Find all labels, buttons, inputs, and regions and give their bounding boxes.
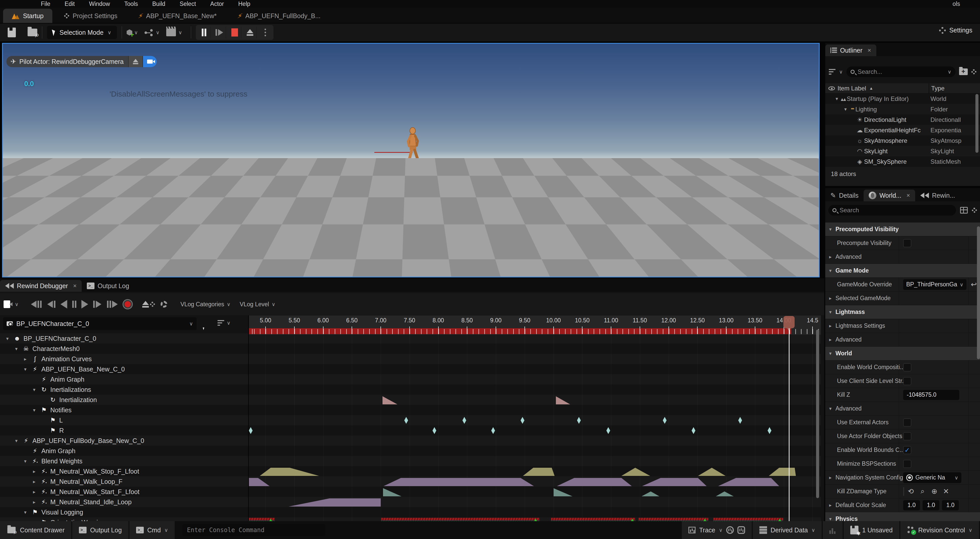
expand-arrow[interactable]: ▾ (22, 458, 29, 464)
revision-control-button[interactable]: Revision Control∨ (900, 521, 979, 539)
play-button[interactable] (82, 301, 88, 308)
use-selected-icon[interactable]: ⟲ (906, 487, 916, 496)
tab-details[interactable]: ✎Details (825, 190, 864, 201)
checkbox[interactable] (903, 377, 911, 385)
output-log-button[interactable]: >_ Output Log (72, 521, 129, 539)
tree-item-blend-weights[interactable]: ▾⚡▪Blend Weights (22, 456, 83, 466)
outliner-column-header[interactable]: Item Label ▲ Type (825, 83, 980, 94)
expand-arrow[interactable]: ▾ (825, 226, 835, 232)
reset-to-default-icon[interactable]: ↩ (971, 280, 977, 289)
expand-arrow[interactable]: ▾ (825, 309, 835, 315)
asset-tab-project-settings[interactable]: Project Settings (56, 9, 126, 23)
pilot-actor-pill[interactable]: ✈ Pilot Actor: RewindDebuggerCamera (6, 56, 157, 67)
tab-world-[interactable]: World...× (864, 190, 915, 201)
notify-event-R[interactable] (491, 427, 495, 434)
browse-content-icon[interactable] (27, 29, 37, 36)
asset-tab-startup[interactable]: Startup (3, 9, 52, 23)
blueprints-button[interactable]: ∨ (145, 29, 159, 36)
outliner-row-lighting[interactable]: ▾LightingFolder (825, 104, 980, 115)
value-input[interactable]: -1048575.0 (903, 390, 959, 400)
menu-help[interactable]: Help (238, 0, 250, 7)
expand-arrow[interactable]: ▾ (825, 516, 835, 521)
type-column[interactable]: Type (931, 85, 945, 92)
debug-target-combobox[interactable]: BP_UEFNCharacter_C_0 ∨ (3, 317, 197, 330)
playhead-handle[interactable] (783, 316, 795, 328)
outliner-row-skyatmosphere[interactable]: ☼SkyAtmosphereSkyAtmosp (825, 136, 980, 146)
character-mannequin[interactable] (398, 127, 428, 183)
pause-button[interactable] (197, 27, 211, 38)
checkbox[interactable] (903, 363, 911, 372)
expand-arrow[interactable]: ▸ (31, 499, 38, 505)
expand-arrow[interactable]: ▸ (825, 295, 835, 301)
close-icon[interactable]: × (868, 47, 871, 54)
tree-item-r[interactable]: ⚑R (40, 425, 64, 435)
expand-arrow[interactable]: ▸ (825, 475, 835, 480)
record-button[interactable] (123, 300, 132, 309)
asset-tab-abp-uefn-base-new-[interactable]: ⚡ABP_UEFN_Base_New* (129, 9, 226, 23)
trace-settings-button[interactable] (161, 301, 167, 308)
value-input[interactable]: 1.0 (903, 500, 920, 510)
tree-item-charactermesh0[interactable]: ▾☠CharacterMesh0 (13, 344, 80, 354)
property-kill-z[interactable]: Kill Z-1048575.0 (825, 388, 980, 402)
notify-event-R[interactable] (433, 427, 436, 434)
tree-item-m-neutral-walk-start-f-lfoot[interactable]: ▸⚡▪M_Neutral_Walk_Start_F_Lfoot (31, 486, 139, 497)
property-advanced[interactable]: ▸Advanced (825, 250, 980, 264)
tree-item-animation-curves[interactable]: ▸∫Animation Curves (22, 354, 92, 364)
trace-button[interactable]: Trace∨ (682, 521, 752, 539)
property-precompute-visibility[interactable]: Precompute Visibility (825, 236, 980, 250)
eject-settings-button[interactable] (142, 301, 155, 308)
expand-arrow[interactable]: ▾ (13, 346, 20, 352)
clear-icon[interactable]: ✕ (941, 487, 951, 496)
step-back-button[interactable] (47, 301, 56, 308)
tree-item-notifies[interactable]: ▾⚑Notifies (31, 405, 72, 415)
tab-output-log[interactable]: >_Output Log (82, 280, 134, 292)
property-enable-world-bounds-c-[interactable]: Enable World Bounds C...✓ (825, 443, 980, 457)
expand-arrow[interactable]: ▾ (825, 268, 835, 274)
menu-edit[interactable]: Edit (65, 0, 75, 7)
play-reverse-button[interactable] (61, 301, 67, 308)
menu-actor[interactable]: Actor (210, 0, 224, 7)
notify-event-R[interactable] (768, 427, 772, 434)
property-kill-zdamage-type[interactable]: Kill ZDamage Type⟲⌕⊕✕ (825, 485, 980, 498)
expand-arrow[interactable]: ▸ (31, 489, 38, 495)
stop-piloting-button[interactable] (128, 56, 143, 67)
notify-event-L[interactable] (521, 417, 525, 424)
property-advanced[interactable]: ▾Advanced (825, 402, 980, 416)
property-navigation-system-config[interactable]: ▸Navigation System ConfigGeneric Na∨ (825, 471, 980, 485)
visibility-column-icon[interactable] (828, 86, 835, 91)
rewind-timeline[interactable]: 5.005.506.006.507.007.508.008.509.009.50… (249, 316, 821, 521)
vlog-level-button[interactable]: VLog Level∨ (240, 301, 275, 308)
tree-item-abp-uefn-base-new-c-0[interactable]: ▾⚡ABP_UEFN_Base_New_C_0 (22, 364, 125, 374)
outliner-settings-icon[interactable] (971, 69, 977, 74)
checkbox[interactable] (903, 239, 911, 247)
expand-arrow[interactable]: ▾ (825, 351, 835, 356)
play-options-menu[interactable] (259, 27, 272, 38)
level-viewport[interactable]: ✈ Pilot Actor: RewindDebuggerCamera 0.0 … (2, 43, 819, 277)
outliner-row-startup-play-in-editor-[interactable]: ▾▲▲Startup (Play In Editor)World (825, 94, 980, 104)
toggle-camera-view-button[interactable] (143, 56, 157, 67)
camera-mode-button[interactable]: ∨ (3, 300, 19, 308)
add-actor-button[interactable]: + ∨ (127, 26, 138, 39)
chevron-down-icon[interactable]: ∨ (839, 69, 843, 75)
outliner-search-input[interactable]: Search... ∨ (846, 66, 956, 77)
step-forward-button[interactable] (93, 301, 101, 308)
property-advanced[interactable]: ▸Advanced (825, 333, 980, 347)
tree-item-visual-logging[interactable]: ▾⚑Visual Logging (22, 507, 83, 517)
stop-button[interactable] (228, 27, 241, 38)
tree-item-orientationwarping[interactable]: ⚑OrientationWarping (31, 517, 105, 521)
outliner-scrollbar[interactable] (975, 94, 978, 153)
display-filter-icon[interactable] (960, 207, 968, 214)
expand-arrow[interactable]: ▾ (825, 106, 847, 112)
notify-event-L[interactable] (463, 417, 466, 424)
expand-arrow[interactable]: ▾ (13, 438, 20, 444)
property-default-color-scale[interactable]: ▸Default Color Scale1.01.01.0 (825, 498, 980, 512)
tree-item-abp-uefn-fullbody-base-new-c-0[interactable]: ▾⚡ABP_UEFN_FullBody_Base_New_C_0 (13, 435, 144, 446)
snapshot-icon[interactable] (737, 526, 745, 534)
notify-event-L[interactable] (663, 417, 667, 424)
close-icon[interactable]: × (907, 192, 910, 199)
timeline-scrollbar[interactable] (816, 330, 819, 498)
tree-item-m-neutral-walk-loop-f[interactable]: ▸⚡▪M_Neutral_Walk_Loop_F (31, 477, 123, 486)
tree-item-anim-graph[interactable]: ⚡Anim Graph (31, 374, 84, 384)
tree-item-bp-uefncharacter-c-0[interactable]: ▾☻BP_UEFNCharacter_C_0 (4, 333, 96, 344)
component-filter-button[interactable]: ∨ (218, 320, 231, 326)
